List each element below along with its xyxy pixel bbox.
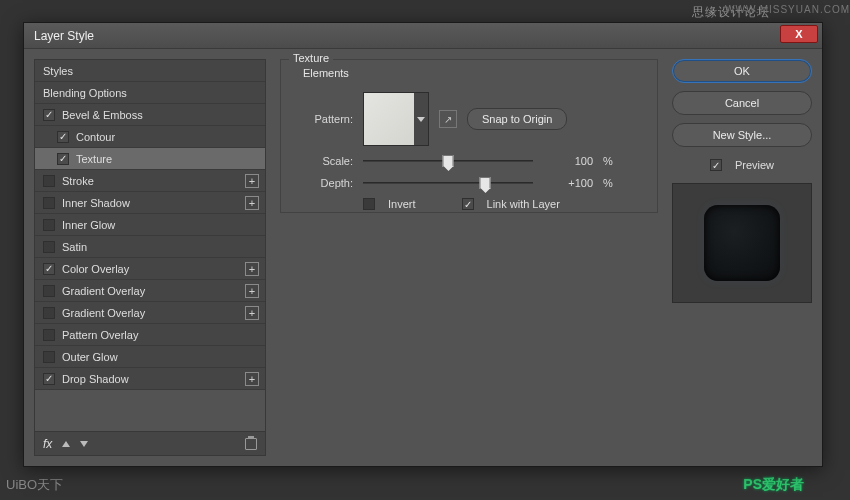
- label-drop-shadow: Drop Shadow: [62, 373, 257, 385]
- watermark-bottom-right: PS爱好者: [743, 476, 804, 494]
- trash-icon[interactable]: [245, 438, 257, 450]
- check-inner-shadow[interactable]: [43, 197, 55, 209]
- styles-header-label: Styles: [43, 65, 257, 77]
- settings-panel: Texture Elements Pattern: Snap to Origin…: [280, 59, 658, 456]
- add-stroke-icon[interactable]: +: [245, 174, 259, 188]
- styles-header[interactable]: Styles: [35, 60, 265, 82]
- scale-thumb[interactable]: [443, 155, 454, 167]
- close-button[interactable]: X: [780, 25, 818, 43]
- dialog-title: Layer Style: [24, 29, 94, 43]
- check-texture[interactable]: [57, 153, 69, 165]
- row-inner-shadow[interactable]: Inner Shadow+: [35, 192, 265, 214]
- depth-thumb[interactable]: [480, 177, 491, 189]
- check-inner-glow[interactable]: [43, 219, 55, 231]
- pattern-label: Pattern:: [297, 113, 353, 125]
- check-drop-shadow[interactable]: [43, 373, 55, 385]
- label-gradient-overlay-2: Gradient Overlay: [62, 307, 257, 319]
- watermark-bottom-left: UiBO天下: [6, 476, 63, 494]
- action-panel: OK Cancel New Style... Preview: [672, 59, 812, 456]
- move-up-icon[interactable]: [62, 441, 70, 447]
- fx-toolbar: fx: [34, 432, 266, 456]
- label-color-overlay: Color Overlay: [62, 263, 257, 275]
- row-color-overlay[interactable]: Color Overlay+: [35, 258, 265, 280]
- texture-group: Texture Elements Pattern: Snap to Origin…: [280, 59, 658, 213]
- preview-thumb: [704, 205, 780, 281]
- invert-label: Invert: [388, 198, 416, 210]
- scale-slider[interactable]: [363, 154, 533, 168]
- depth-unit: %: [603, 177, 623, 189]
- scale-unit: %: [603, 155, 623, 167]
- label-pattern-overlay: Pattern Overlay: [62, 329, 257, 341]
- label-texture: Texture: [76, 153, 257, 165]
- watermark-url: WWW.MISSYUAN.COM: [725, 4, 850, 15]
- new-preset-icon[interactable]: [439, 110, 457, 128]
- label-inner-shadow: Inner Shadow: [62, 197, 257, 209]
- row-contour[interactable]: Contour: [35, 126, 265, 148]
- row-inner-glow[interactable]: Inner Glow: [35, 214, 265, 236]
- row-satin[interactable]: Satin: [35, 236, 265, 258]
- new-style-button[interactable]: New Style...: [672, 123, 812, 147]
- layer-style-dialog: Layer Style X Styles Blending Options Be…: [23, 22, 823, 467]
- row-gradient-overlay-2[interactable]: Gradient Overlay+: [35, 302, 265, 324]
- scale-value[interactable]: 100: [543, 155, 593, 167]
- row-gradient-overlay-1[interactable]: Gradient Overlay+: [35, 280, 265, 302]
- row-outer-glow[interactable]: Outer Glow: [35, 346, 265, 368]
- preview-label: Preview: [735, 159, 774, 171]
- check-contour[interactable]: [57, 131, 69, 143]
- styles-panel: Styles Blending Options Bevel & Emboss C…: [34, 59, 266, 456]
- titlebar[interactable]: Layer Style X: [24, 23, 822, 49]
- check-color-overlay[interactable]: [43, 263, 55, 275]
- row-blending-options[interactable]: Blending Options: [35, 82, 265, 104]
- check-stroke[interactable]: [43, 175, 55, 187]
- check-outer-glow[interactable]: [43, 351, 55, 363]
- ok-button[interactable]: OK: [672, 59, 812, 83]
- add-gradient-overlay-1-icon[interactable]: +: [245, 284, 259, 298]
- check-pattern-overlay[interactable]: [43, 329, 55, 341]
- add-color-overlay-icon[interactable]: +: [245, 262, 259, 276]
- depth-slider[interactable]: [363, 176, 533, 190]
- pattern-swatch[interactable]: [363, 92, 429, 146]
- texture-elements-label: Elements: [303, 67, 349, 79]
- check-preview[interactable]: [710, 159, 722, 171]
- fx-label[interactable]: fx: [43, 437, 52, 451]
- row-pattern-overlay[interactable]: Pattern Overlay: [35, 324, 265, 346]
- label-gradient-overlay-1: Gradient Overlay: [62, 285, 257, 297]
- label-blending: Blending Options: [43, 87, 257, 99]
- check-gradient-overlay-1[interactable]: [43, 285, 55, 297]
- label-satin: Satin: [62, 241, 257, 253]
- add-gradient-overlay-2-icon[interactable]: +: [245, 306, 259, 320]
- check-gradient-overlay-2[interactable]: [43, 307, 55, 319]
- link-layer-label: Link with Layer: [487, 198, 560, 210]
- depth-label: Depth:: [297, 177, 353, 189]
- label-outer-glow: Outer Glow: [62, 351, 257, 363]
- label-stroke: Stroke: [62, 175, 257, 187]
- label-contour: Contour: [76, 131, 257, 143]
- move-down-icon[interactable]: [80, 441, 88, 447]
- pattern-dropdown-icon[interactable]: [414, 93, 428, 145]
- check-satin[interactable]: [43, 241, 55, 253]
- add-inner-shadow-icon[interactable]: +: [245, 196, 259, 210]
- row-texture[interactable]: Texture: [35, 148, 265, 170]
- check-bevel[interactable]: [43, 109, 55, 121]
- scale-label: Scale:: [297, 155, 353, 167]
- snap-to-origin-button[interactable]: Snap to Origin: [467, 108, 567, 130]
- preview-box: [672, 183, 812, 303]
- cancel-button[interactable]: Cancel: [672, 91, 812, 115]
- label-bevel: Bevel & Emboss: [62, 109, 257, 121]
- row-bevel-emboss[interactable]: Bevel & Emboss: [35, 104, 265, 126]
- row-stroke[interactable]: Stroke+: [35, 170, 265, 192]
- depth-value[interactable]: +100: [543, 177, 593, 189]
- texture-group-title: Texture: [289, 52, 333, 64]
- row-drop-shadow[interactable]: Drop Shadow+: [35, 368, 265, 390]
- check-invert[interactable]: [363, 198, 375, 210]
- pattern-thumb: [364, 93, 414, 145]
- add-drop-shadow-icon[interactable]: +: [245, 372, 259, 386]
- check-link-layer[interactable]: [462, 198, 474, 210]
- label-inner-glow: Inner Glow: [62, 219, 257, 231]
